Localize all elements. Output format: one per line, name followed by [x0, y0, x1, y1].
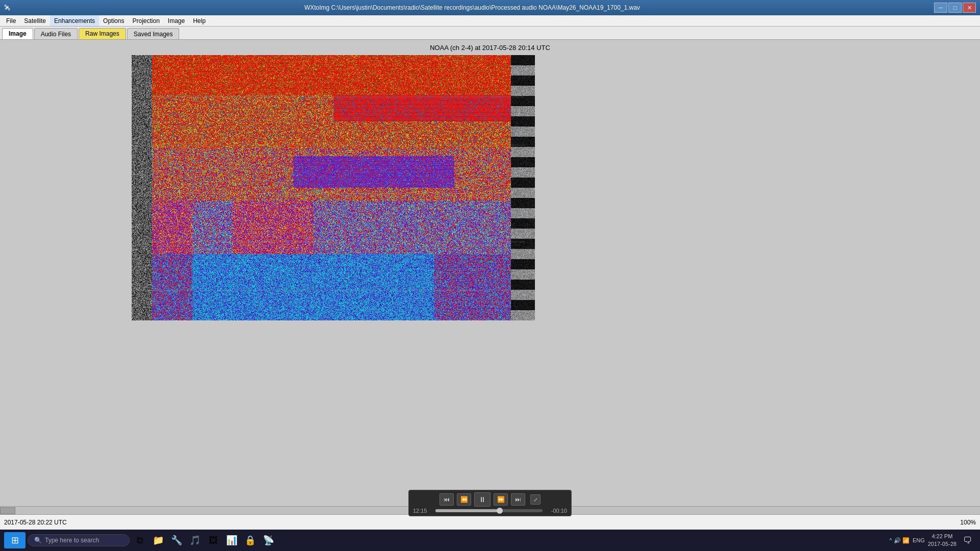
title-text: WXtoImg C:\Users\justin\Documents\radio\…: [304, 4, 640, 11]
satellite-image-container[interactable]: [132, 55, 535, 320]
taskbar-right: ^ 🔊 📶 ENG 4:22 PM 2017-05-28 🗨: [890, 532, 976, 548]
menu-options[interactable]: Options: [99, 15, 128, 26]
menu-file[interactable]: File: [2, 15, 20, 26]
player-seek-fill: [435, 509, 500, 512]
taskbar-app-3[interactable]: 🖼: [205, 532, 222, 548]
taskbar-lang: ENG: [913, 537, 925, 543]
scrollbar-thumb[interactable]: [0, 507, 15, 514]
menu-satellite[interactable]: Satellite: [20, 15, 50, 26]
clock-time: 4:22 PM: [928, 533, 957, 540]
menu-enhancements[interactable]: Enhancements: [50, 15, 99, 26]
taskbar-app-6[interactable]: 📡: [260, 532, 277, 548]
main-area: NOAA (ch 2-4) at 2017-05-28 20:14 UTC: [0, 40, 980, 514]
menu-help[interactable]: Help: [189, 15, 210, 26]
player-prev-button[interactable]: ⏮: [439, 493, 454, 506]
taskbar-system-tray-icons: ^ 🔊 📶: [890, 537, 910, 544]
taskbar-app-4[interactable]: 📊: [224, 532, 240, 548]
image-title: NOAA (ch 2-4) at 2017-05-28 20:14 UTC: [0, 44, 980, 52]
player-time-current: 12:15: [413, 508, 431, 514]
tab-saved-images[interactable]: Saved Images: [127, 28, 180, 39]
window-controls: ─ □ ✕: [934, 3, 976, 13]
satellite-image: [132, 55, 535, 320]
taskbar-file-explorer[interactable]: 📁: [150, 532, 166, 548]
player-progress: 12:15 -00:10: [413, 508, 567, 514]
start-button[interactable]: ⊞: [4, 532, 26, 548]
player-time-remaining: -00:10: [547, 508, 567, 514]
taskbar-notifications[interactable]: 🗨: [960, 532, 976, 548]
taskbar-search[interactable]: 🔍 Type here to search: [28, 534, 130, 546]
player-expand-button[interactable]: ⤢: [530, 494, 541, 505]
search-icon: 🔍: [34, 537, 42, 544]
status-datetime: 2017-05-28 20:22 UTC: [4, 519, 96, 526]
media-player: ⏮ ⏪ ⏸ ⏩ ⏭ ⤢ 12:15 -00:10: [408, 490, 572, 516]
player-pause-button[interactable]: ⏸: [474, 492, 491, 507]
status-bar: 2017-05-28 20:22 UTC 100%: [0, 514, 980, 530]
menu-bar: File Satellite Enhancements Options Proj…: [0, 15, 980, 27]
tab-bar: Image Audio Files Raw Images Saved Image…: [0, 27, 980, 40]
taskbar-clock[interactable]: 4:22 PM 2017-05-28: [928, 533, 957, 548]
zoom-indicator: 100%: [960, 515, 976, 530]
player-seek-thumb[interactable]: [497, 508, 503, 514]
player-forward-button[interactable]: ⏩: [494, 493, 508, 506]
tab-audio-files[interactable]: Audio Files: [34, 28, 78, 39]
close-button[interactable]: ✕: [963, 3, 976, 13]
taskbar: ⊞ 🔍 Type here to search ⧉ 📁 🔧 🎵 🖼 📊 🔒 📡 …: [0, 530, 980, 551]
player-next-button[interactable]: ⏭: [511, 493, 525, 506]
minimize-button[interactable]: ─: [934, 3, 947, 13]
menu-image[interactable]: Image: [164, 15, 189, 26]
tab-raw-images[interactable]: Raw Images: [79, 28, 126, 39]
menu-projection[interactable]: Projection: [128, 15, 163, 26]
taskbar-task-view[interactable]: ⧉: [132, 532, 148, 548]
player-rewind-button[interactable]: ⏪: [457, 493, 471, 506]
player-seek-bar[interactable]: [435, 509, 543, 512]
clock-date: 2017-05-28: [928, 540, 957, 548]
player-controls: ⏮ ⏪ ⏸ ⏩ ⏭ ⤢: [439, 492, 541, 507]
search-placeholder: Type here to search: [45, 537, 99, 544]
maximize-button[interactable]: □: [948, 3, 962, 13]
taskbar-app-5[interactable]: 🔒: [242, 532, 258, 548]
taskbar-app-1[interactable]: 🔧: [168, 532, 185, 548]
title-bar: 🛰 WXtoImg C:\Users\justin\Documents\radi…: [0, 0, 980, 15]
tab-image[interactable]: Image: [2, 28, 33, 39]
app-icon: 🛰: [4, 4, 10, 11]
taskbar-app-2[interactable]: 🎵: [187, 532, 203, 548]
